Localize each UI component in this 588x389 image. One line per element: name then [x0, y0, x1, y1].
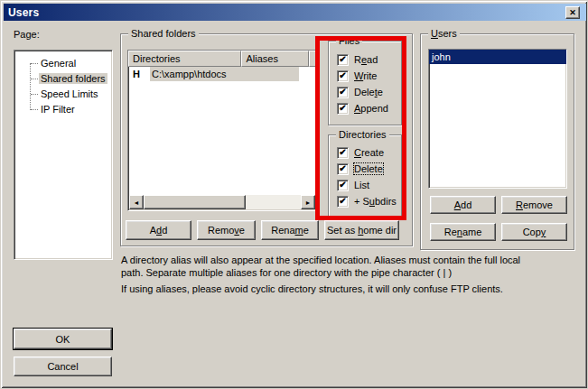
page-nav-label: Page: [14, 29, 40, 40]
checkbox-box[interactable]: ✔ [337, 163, 349, 175]
alias-help-text-line3: If using aliases, please avoid cyclic di… [121, 283, 503, 294]
listview-header: Directories Aliases [128, 51, 318, 67]
sidebar-item-shared-folders[interactable]: Shared folders [14, 71, 112, 87]
horizontal-scrollbar[interactable]: ◄ ► [129, 195, 315, 209]
checkbox-box[interactable]: ✔ [337, 180, 349, 191]
checkmark-icon: ✔ [339, 71, 346, 80]
scroll-right-icon: ► [305, 199, 312, 206]
alias-help-text-line1: A directory alias will also appear at th… [121, 255, 520, 265]
checkbox-box[interactable]: ✔ [337, 147, 349, 159]
files-delete-checkbox[interactable]: ✔ Delete [337, 86, 383, 98]
add-folder-button[interactable]: Add [126, 220, 191, 240]
dirs-list-checkbox[interactable]: ✔ List [337, 179, 369, 191]
dirs-create-checkbox[interactable]: ✔ Create [337, 146, 384, 159]
home-dir-marker: H [133, 67, 140, 81]
files-append-checkbox[interactable]: ✔ Append [337, 102, 388, 115]
directories-permissions-group: Directories ✔ Create ✔ Delete ✔ List ✔ +… [328, 134, 402, 218]
checkbox-box[interactable]: ✔ [337, 70, 349, 82]
remove-folder-button[interactable]: Remove [197, 220, 256, 240]
files-permissions-group: Files ✔ Read ✔ Write ✔ Delete ✔ Append [328, 41, 402, 125]
column-header-directories[interactable]: Directories [128, 51, 241, 67]
scroll-left-icon: ◄ [134, 199, 140, 206]
users-dialog: Users ✕ Page: General Shared folders Spe… [0, 0, 588, 389]
cancel-button[interactable]: Cancel [14, 357, 112, 376]
rename-user-button[interactable]: Rename [430, 223, 496, 241]
sidebar-item-ip-filter[interactable]: IP Filter [14, 102, 112, 117]
checkmark-icon: ✔ [339, 148, 346, 157]
column-header-aliases[interactable]: Aliases [241, 51, 309, 67]
user-list-item[interactable]: john [429, 50, 566, 64]
scrollbar-thumb[interactable] [144, 195, 246, 209]
title-bar[interactable]: Users [4, 4, 586, 21]
checkbox-box[interactable]: ✔ [337, 87, 349, 98]
dirs-subdirs-checkbox[interactable]: ✔ + Subdirs [337, 195, 397, 208]
add-user-button[interactable]: Add [430, 196, 496, 214]
directories-listview[interactable]: Directories Aliases H C:\xampp\htdocs ◄ … [127, 50, 319, 211]
checkbox-box[interactable]: ✔ [337, 196, 349, 208]
directories-group-label: Directories [336, 129, 389, 141]
rename-folder-button[interactable]: Rename [261, 220, 319, 240]
directory-row[interactable]: H C:\xampp\htdocs [128, 67, 318, 81]
sidebar-item-general[interactable]: General [14, 56, 112, 71]
shared-folders-group-label: Shared folders [128, 28, 199, 40]
files-group-label: Files [336, 35, 362, 47]
sidebar-item-speed-limits[interactable]: Speed Limits [14, 87, 112, 102]
checkmark-icon: ✔ [339, 164, 346, 173]
close-icon: ✕ [569, 9, 576, 17]
directory-path: C:\xampp\htdocs [150, 67, 299, 81]
scrollbar-track[interactable] [246, 195, 301, 209]
files-read-checkbox[interactable]: ✔ Read [337, 53, 378, 66]
copy-user-button[interactable]: Copy [501, 223, 567, 241]
remove-user-button[interactable]: Remove [501, 196, 567, 214]
ok-button[interactable]: OK [14, 329, 112, 349]
checkmark-icon: ✔ [339, 181, 346, 190]
checkmark-icon: ✔ [339, 104, 346, 113]
users-group-label: Users [428, 28, 460, 40]
set-as-home-dir-button[interactable]: Set as home dir [324, 220, 399, 240]
page-nav-tree: General Shared folders Speed Limits IP F… [14, 50, 113, 260]
checkbox-box[interactable]: ✔ [337, 103, 349, 115]
column-header-filler [309, 51, 318, 67]
close-button[interactable]: ✕ [565, 6, 580, 19]
window-title: Users [8, 6, 39, 19]
scroll-left-button[interactable]: ◄ [129, 195, 144, 209]
alias-help-text-line2: path. Separate multiple aliases for one … [121, 267, 452, 278]
checkmark-icon: ✔ [339, 55, 346, 64]
scroll-right-button[interactable]: ► [301, 195, 315, 209]
checkmark-icon: ✔ [339, 197, 346, 206]
files-write-checkbox[interactable]: ✔ Write [337, 69, 377, 82]
checkbox-box[interactable]: ✔ [337, 54, 349, 66]
checkmark-icon: ✔ [339, 88, 346, 97]
users-listbox[interactable]: john [428, 49, 567, 189]
dirs-delete-checkbox[interactable]: ✔ Delete [337, 162, 383, 175]
